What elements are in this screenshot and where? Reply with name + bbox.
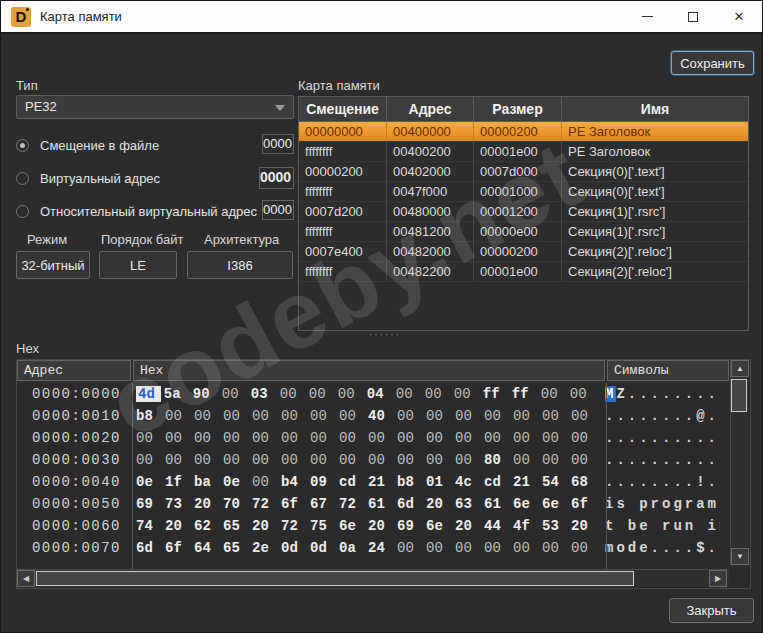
hex-byte[interactable]: 00 bbox=[281, 430, 310, 446]
hex-byte[interactable]: 20 bbox=[426, 496, 455, 512]
memory-map-row[interactable]: ffffffff0048220000001e00Секция(2)['.relo… bbox=[299, 262, 748, 282]
hex-byte[interactable]: 00 bbox=[513, 452, 542, 468]
hex-byte[interactable]: 00 bbox=[426, 540, 455, 556]
type-select[interactable]: PE32 bbox=[16, 95, 294, 119]
hex-byte[interactable]: 00 bbox=[165, 408, 194, 424]
hex-byte[interactable]: 00 bbox=[426, 430, 455, 446]
hex-byte[interactable]: 00 bbox=[397, 540, 426, 556]
address-value-field[interactable]: 0000 bbox=[262, 200, 294, 220]
column-header[interactable]: Имя bbox=[562, 97, 748, 121]
hex-byte[interactable]: ba bbox=[194, 474, 223, 490]
hex-byte[interactable]: 20 bbox=[165, 518, 194, 534]
column-header[interactable]: Адрес bbox=[387, 97, 474, 121]
hex-bytes-header[interactable]: Hex bbox=[133, 360, 605, 381]
hex-byte[interactable]: 75 bbox=[310, 518, 339, 534]
hex-byte[interactable]: 00 bbox=[368, 452, 397, 468]
hex-byte[interactable]: 00 bbox=[194, 430, 223, 446]
hex-byte[interactable]: cd bbox=[339, 474, 368, 490]
hex-byte[interactable]: b8 bbox=[136, 408, 165, 424]
hex-byte[interactable]: 00 bbox=[339, 408, 368, 424]
hex-byte[interactable]: 00 bbox=[223, 452, 252, 468]
hex-byte[interactable]: 0e bbox=[223, 474, 252, 490]
hex-byte[interactable]: 6e bbox=[339, 518, 368, 534]
hex-byte[interactable]: 6e bbox=[513, 496, 542, 512]
hex-byte[interactable]: 00 bbox=[542, 452, 571, 468]
hex-byte[interactable]: 62 bbox=[194, 518, 223, 534]
hex-byte[interactable]: 00 bbox=[484, 540, 513, 556]
hex-byte[interactable]: 00 bbox=[426, 452, 455, 468]
hex-byte[interactable]: 00 bbox=[338, 386, 367, 402]
hex-address-header[interactable]: Адрес bbox=[17, 360, 131, 381]
hex-byte[interactable]: 64 bbox=[194, 540, 223, 556]
hex-byte[interactable]: 01 bbox=[426, 474, 455, 490]
hex-byte[interactable]: 00 bbox=[513, 540, 542, 556]
hex-byte[interactable]: 00 bbox=[252, 408, 281, 424]
hex-byte[interactable]: 74 bbox=[136, 518, 165, 534]
memory-map-row[interactable]: 00000200004020000007d000Секция(0)['.text… bbox=[299, 162, 748, 182]
hex-row[interactable]: 0000:0010b800000000000000400000000000000… bbox=[17, 405, 729, 427]
hex-byte[interactable]: 00 bbox=[194, 452, 223, 468]
hex-byte[interactable]: 00 bbox=[513, 408, 542, 424]
splitter-handle[interactable]: ······ bbox=[369, 329, 401, 340]
hex-byte[interactable]: 00 bbox=[310, 430, 339, 446]
hex-byte[interactable]: 0d bbox=[281, 540, 310, 556]
hex-byte[interactable]: 65 bbox=[223, 540, 252, 556]
scroll-up-button[interactable]: ▲ bbox=[731, 360, 749, 377]
radio-option[interactable]: Смещение в файле bbox=[16, 135, 159, 155]
hex-byte[interactable]: 69 bbox=[397, 518, 426, 534]
hex-byte[interactable]: 4c bbox=[455, 474, 484, 490]
hex-byte[interactable]: 6d bbox=[136, 540, 165, 556]
hex-byte[interactable]: 00 bbox=[571, 540, 600, 556]
hex-byte[interactable]: 00 bbox=[309, 386, 338, 402]
radio-option[interactable]: Виртуальный адрес bbox=[16, 168, 160, 188]
hex-byte[interactable]: 00 bbox=[542, 540, 571, 556]
hex-byte[interactable]: ff bbox=[483, 386, 512, 402]
hex-byte[interactable]: 6e bbox=[426, 518, 455, 534]
hex-byte[interactable]: 00 bbox=[570, 386, 599, 402]
hex-byte[interactable]: 21 bbox=[368, 474, 397, 490]
memory-map-row[interactable]: ffffffff0047f00000001000Секция(0)['.text… bbox=[299, 182, 748, 202]
close-button[interactable]: Закрыть bbox=[669, 598, 754, 623]
hex-byte[interactable]: 61 bbox=[484, 496, 513, 512]
hex-byte[interactable]: 00 bbox=[541, 386, 570, 402]
hex-byte[interactable]: 73 bbox=[165, 496, 194, 512]
column-header[interactable]: Размер bbox=[474, 97, 562, 121]
hex-row[interactable]: 0000:005069732070726f6772616d2063616e6e6… bbox=[17, 493, 729, 515]
hex-byte[interactable]: 61 bbox=[368, 496, 397, 512]
hex-byte[interactable]: 03 bbox=[251, 386, 280, 402]
scroll-right-button[interactable]: ▶ bbox=[709, 570, 727, 587]
hex-byte[interactable]: 20 bbox=[194, 496, 223, 512]
hex-byte[interactable]: 6f bbox=[571, 496, 600, 512]
hex-row[interactable]: 0000:00706d6f64652e0d0d0a240000000000000… bbox=[17, 537, 729, 559]
hex-byte[interactable]: b8 bbox=[397, 474, 426, 490]
hex-byte[interactable]: 00 bbox=[194, 408, 223, 424]
hex-byte[interactable]: 20 bbox=[571, 518, 600, 534]
hex-byte[interactable]: 21 bbox=[513, 474, 542, 490]
hex-byte[interactable]: 53 bbox=[542, 518, 571, 534]
hex-byte[interactable]: 00 bbox=[542, 430, 571, 446]
scroll-left-button[interactable]: ◀ bbox=[17, 570, 35, 587]
hex-byte[interactable]: 6d bbox=[397, 496, 426, 512]
hex-byte[interactable]: 54 bbox=[542, 474, 571, 490]
hex-byte[interactable]: 1f bbox=[165, 474, 194, 490]
hex-byte[interactable]: 00 bbox=[281, 408, 310, 424]
hex-byte[interactable]: 4f bbox=[513, 518, 542, 534]
hex-row[interactable]: 0000:0060742062652072756e20696e20444f532… bbox=[17, 515, 729, 537]
hex-byte[interactable]: 00 bbox=[455, 452, 484, 468]
radio-icon[interactable] bbox=[16, 205, 29, 218]
hex-byte[interactable]: 00 bbox=[397, 408, 426, 424]
hex-byte[interactable]: 24 bbox=[368, 540, 397, 556]
horizontal-scrollbar[interactable]: ◀ ▶ bbox=[17, 569, 729, 587]
maximize-button[interactable] bbox=[670, 1, 716, 32]
hex-byte[interactable]: 00 bbox=[136, 452, 165, 468]
hex-byte[interactable]: 20 bbox=[368, 518, 397, 534]
hex-byte[interactable]: 69 bbox=[136, 496, 165, 512]
hex-byte[interactable]: 00 bbox=[542, 408, 571, 424]
memory-map-row[interactable]: 0007e4000048200000000200Секция(2)['.relo… bbox=[299, 242, 748, 262]
hex-byte[interactable]: 6f bbox=[281, 496, 310, 512]
radio-icon[interactable] bbox=[16, 172, 29, 185]
hex-byte[interactable]: 00 bbox=[281, 452, 310, 468]
vertical-scroll-thumb[interactable] bbox=[731, 379, 747, 412]
radio-option[interactable]: Относительный виртуальный адрес bbox=[16, 201, 257, 221]
hex-byte[interactable]: 00 bbox=[571, 430, 600, 446]
